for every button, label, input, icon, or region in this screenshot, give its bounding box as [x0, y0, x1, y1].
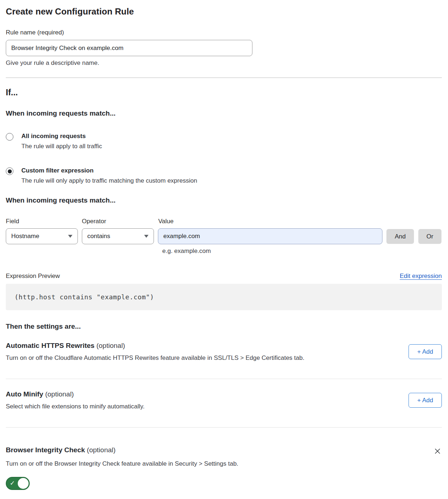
field-column-label: Field — [6, 218, 82, 225]
expression-code: (http.host contains "example.com") — [14, 293, 154, 301]
setting-description: Turn on or off the Cloudflare Automatic … — [6, 354, 304, 362]
add-automatic-https-rewrites-button[interactable]: + Add — [409, 344, 442, 359]
operator-select[interactable]: contains — [82, 228, 154, 244]
setting-automatic-https-rewrites: Automatic HTTPS Rewrites (optional) Turn… — [6, 330, 442, 379]
close-icon — [434, 448, 441, 455]
radio-custom-filter-expression[interactable] — [6, 167, 13, 175]
rule-name-label: Rule name (required) — [6, 29, 442, 36]
or-button[interactable]: Or — [418, 229, 441, 244]
expression-preview-block: (http.host contains "example.com") — [6, 284, 442, 310]
expression-builder-heading: When incoming requests match... — [6, 196, 442, 204]
option-custom-filter-expression: Custom filter expression The rule will o… — [6, 167, 442, 184]
setting-optional-tag: (optional) — [95, 342, 125, 349]
chevron-down-icon — [144, 235, 148, 238]
add-auto-minify-button[interactable]: + Add — [409, 393, 442, 408]
operator-select-value: contains — [87, 233, 110, 240]
radio-all-incoming-requests[interactable] — [6, 133, 13, 141]
radio-option-description: The rule will only apply to traffic matc… — [21, 177, 197, 184]
section-divider — [6, 78, 442, 78]
field-select-value: Hostname — [11, 233, 39, 240]
radio-option-description: The rule will apply to all traffic — [21, 143, 102, 150]
remove-setting-button[interactable] — [433, 447, 442, 456]
setting-description: Turn on or off the Browser Integrity Che… — [6, 460, 442, 467]
setting-optional-tag: (optional) — [43, 390, 74, 398]
value-help-text: e.g. example.com — [162, 248, 442, 255]
check-icon: ✓ — [10, 479, 15, 487]
setting-optional-tag: (optional) — [85, 446, 116, 454]
setting-auto-minify: Auto Minify (optional) Select which file… — [6, 379, 442, 428]
rule-name-help: Give your rule a descriptive name. — [6, 59, 442, 67]
option-all-incoming-requests: All incoming requests The rule will appl… — [6, 133, 442, 150]
edit-expression-link[interactable]: Edit expression — [400, 273, 442, 280]
chevron-down-icon — [68, 235, 72, 238]
setting-name: Auto Minify — [6, 390, 43, 398]
rule-name-input[interactable] — [6, 40, 252, 56]
field-select[interactable]: Hostname — [6, 228, 78, 244]
value-input[interactable] — [158, 228, 382, 244]
then-settings-heading: Then the settings are... — [6, 323, 442, 330]
radio-option-label: All incoming requests — [21, 133, 102, 140]
page-title: Create new Configuration Rule — [6, 7, 442, 17]
operator-column-label: Operator — [82, 218, 158, 225]
expression-preview-label: Expression Preview — [6, 273, 60, 280]
browser-integrity-check-toggle[interactable]: ✓ — [6, 477, 30, 490]
if-heading: If... — [6, 88, 442, 97]
and-button[interactable]: And — [386, 229, 414, 244]
value-column-label: Value — [158, 218, 173, 225]
setting-name: Browser Integrity Check — [6, 446, 85, 454]
setting-description: Select which file extensions to minify a… — [6, 403, 145, 410]
match-heading: When incoming requests match... — [6, 109, 442, 117]
setting-name: Automatic HTTPS Rewrites — [6, 342, 95, 349]
builder-column-labels: Field Operator Value — [6, 218, 442, 225]
expression-builder-row: Hostname contains And Or — [6, 228, 442, 244]
radio-option-label: Custom filter expression — [21, 167, 197, 174]
setting-browser-integrity-check: Browser Integrity Check (optional) Turn … — [6, 428, 442, 491]
toggle-knob — [18, 478, 29, 489]
